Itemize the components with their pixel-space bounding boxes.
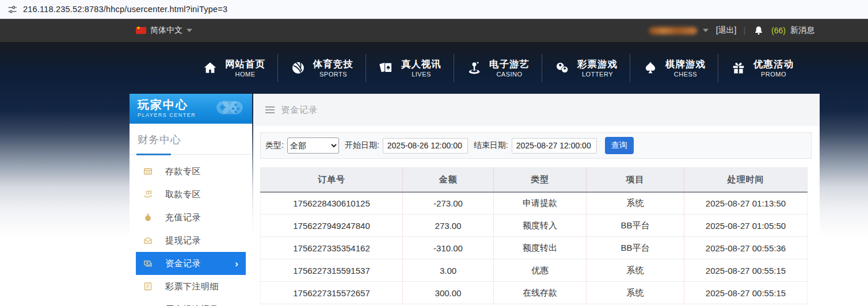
type-filter-label: 类型: <box>265 140 284 151</box>
site-info-icon[interactable] <box>6 3 18 15</box>
column-header: 处理时间 <box>684 168 808 192</box>
browser-url-bar: 216.118.235.52:8783/hhcp/usercenter.html… <box>0 0 868 19</box>
nav-label-en: PROMO <box>761 70 786 78</box>
nav-label-en: CASINO <box>496 70 522 78</box>
recharge-record-icon <box>143 213 153 222</box>
funds-record-table: 订单号金额类型项目处理时间 1756228430610125-273.00申请提… <box>260 167 808 304</box>
spade-icon <box>642 60 658 76</box>
table-cell: 2025-08-27 00:55:15 <box>684 282 808 304</box>
funds-record-icon <box>143 259 153 268</box>
table-cell: 2025-08-27 00:55:36 <box>684 237 808 259</box>
table-cell: 2025-08-27 00:55:15 <box>684 259 808 282</box>
table-row: 1756227949247840273.00额度转入BB平台2025-08-27… <box>261 215 808 237</box>
type-select[interactable]: 全部 <box>287 137 339 154</box>
language-selector[interactable]: ★ 简体中文 <box>136 19 192 42</box>
lottery-balls-icon <box>554 60 570 76</box>
table-cell: 在线存款 <box>494 282 587 304</box>
sidebar-header: 玩家中心 PLAYERS CENTER <box>130 94 252 124</box>
nav-label-zh: 彩票游戏 <box>577 58 618 70</box>
nav-item-home[interactable]: 网站首页HOME <box>190 54 277 82</box>
sidebar-item[interactable]: 彩票下注明细 <box>136 275 246 298</box>
sidebar-item-label: 资金记录 <box>165 258 201 269</box>
panel-titlebar: 资金记录 <box>253 94 820 126</box>
search-button[interactable]: 查询 <box>605 137 634 154</box>
sidebar-item[interactable]: 取款专区 <box>136 183 246 206</box>
gamepad-icon <box>212 97 248 121</box>
nav-label-en: LIVES <box>412 70 431 78</box>
sports-ball-icon <box>290 60 306 76</box>
sidebar-item-label: 彩票下注明细 <box>165 281 219 292</box>
start-date-input[interactable] <box>383 138 468 154</box>
nav-item-lottery[interactable]: 彩票游戏LOTTERY <box>542 54 630 82</box>
message-count[interactable]: (66) <box>771 26 786 35</box>
column-header: 项目 <box>587 168 684 192</box>
table-cell: -273.00 <box>403 192 494 215</box>
nav-item-casino[interactable]: 电子游艺CASINO <box>454 54 542 82</box>
page-title: 资金记录 <box>281 105 318 116</box>
message-label[interactable]: 新消息 <box>790 25 814 36</box>
nav-label-zh: 体育竞技 <box>313 58 353 70</box>
nav-item-chess[interactable]: 棋牌游戏CHESS <box>630 54 718 82</box>
table-row: 17562273155915373.00优惠系统2025-08-27 00:55… <box>261 259 808 282</box>
nav-label-en: HOME <box>235 70 256 78</box>
sidebar-item[interactable]: 厅室投注记录 <box>136 298 246 306</box>
withdraw-zone-icon <box>143 190 153 199</box>
table-cell: 系统 <box>587 282 684 304</box>
table-cell: 300.00 <box>403 282 494 304</box>
sidebar-section-finance: 财务中心 <box>130 124 252 155</box>
nav-item-promo[interactable]: 优惠活动PROMO <box>718 54 806 82</box>
sidebar-item-label: 提现记录 <box>165 235 201 246</box>
sidebar-item[interactable]: 存款专区 <box>136 160 246 183</box>
main-nav: 网站首页HOME体育竞技SPORTS真人视讯LIVES电子游艺CASINO彩票游… <box>190 49 806 87</box>
bell-icon[interactable] <box>753 25 764 36</box>
sidebar: 玩家中心 PLAYERS CENTER 财务中心 存款专区取款专区充值记录提现记… <box>130 94 252 306</box>
table-cell: 1756227335354162 <box>261 237 403 259</box>
main-panel: 资金记录 类型: 全部 开始日期: 结束日期: 查询 订单号金额类型项目处理时间… <box>253 94 820 306</box>
sidebar-item[interactable]: 提现记录 <box>136 229 246 252</box>
nav-item-lives[interactable]: 真人视讯LIVES <box>366 54 454 82</box>
logout-link[interactable]: [退出] <box>716 25 737 36</box>
language-label: 简体中文 <box>150 25 182 36</box>
deposit-zone-icon <box>143 167 153 176</box>
table-cell: 系统 <box>587 192 684 215</box>
flag-cn-icon: ★ <box>136 27 146 34</box>
table-cell: 2025-08-27 01:13:50 <box>684 192 808 215</box>
hamburger-icon <box>265 106 275 113</box>
table-cell: BB平台 <box>587 237 684 259</box>
cards-icon <box>378 60 394 76</box>
withdraw-record-icon <box>143 236 153 245</box>
gift-icon <box>730 60 746 76</box>
nav-item-sports[interactable]: 体育竞技SPORTS <box>277 54 366 82</box>
home-icon <box>202 60 218 76</box>
url-text[interactable]: 216.118.235.52:8783/hhcp/usercenter.html… <box>23 5 227 14</box>
sidebar-item[interactable]: 资金记录› <box>136 252 246 275</box>
table-cell: 额度转出 <box>494 237 587 259</box>
table-row: 1756228430610125-273.00申请提款系统2025-08-27 … <box>261 192 808 215</box>
nav-label-zh: 棋牌游戏 <box>665 58 706 70</box>
filter-bar: 类型: 全部 开始日期: 结束日期: 查询 <box>260 132 812 159</box>
table-row: 1756227335354162-310.00额度转出BB平台2025-08-2… <box>261 237 808 259</box>
end-date-input[interactable] <box>512 138 597 154</box>
start-date-label: 开始日期: <box>345 140 379 151</box>
caret-down-icon <box>186 29 192 32</box>
table-cell: 3.00 <box>403 259 494 282</box>
topbar-right: [退出] | (66) 新消息 <box>649 19 814 42</box>
caret-down-icon[interactable] <box>703 29 709 32</box>
end-date-label: 结束日期: <box>474 140 508 151</box>
sidebar-menu: 存款专区取款专区充值记录提现记录资金记录›彩票下注明细厅室投注记录 <box>130 155 252 306</box>
table-cell: 额度转入 <box>494 215 587 237</box>
nav-label-zh: 网站首页 <box>225 58 265 70</box>
column-header: 金额 <box>403 168 494 192</box>
sidebar-item[interactable]: 充值记录 <box>136 206 246 229</box>
table-cell: 273.00 <box>403 215 494 237</box>
table-cell: 1756228430610125 <box>261 192 403 215</box>
sidebar-item-label: 存款专区 <box>165 166 201 177</box>
topbar-divider: | <box>743 26 745 35</box>
nav-label-en: LOTTERY <box>582 70 613 78</box>
column-header: 类型 <box>494 168 587 192</box>
sidebar-item-label: 厅室投注记录 <box>165 304 219 306</box>
table-cell: 1756227315572657 <box>261 282 403 304</box>
table-cell: 1756227315591537 <box>261 259 403 282</box>
username-redacted[interactable] <box>649 27 697 35</box>
nav-label-zh: 优惠活动 <box>753 58 794 70</box>
